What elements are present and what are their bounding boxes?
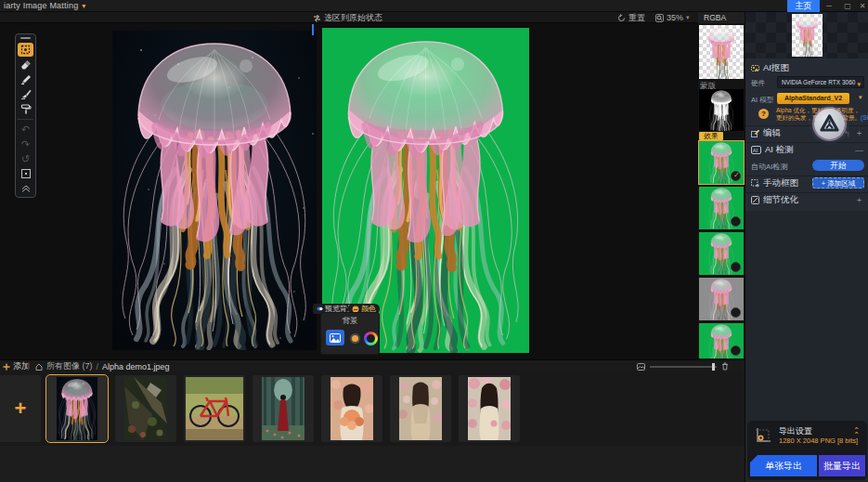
titlebar: iarty Image Matting▾ 主页 ─ ▢ ✕: [0, 0, 868, 12]
add-image-tile[interactable]: +: [0, 375, 41, 442]
plus-icon: +: [15, 397, 27, 421]
variant-green-2[interactable]: [699, 187, 744, 229]
divider: [18, 119, 33, 120]
edit-icon: [751, 129, 759, 137]
variant-badge[interactable]: [731, 345, 741, 356]
section-ai-detect[interactable]: AI AI 检测 —: [745, 142, 868, 157]
crop-frame-tool[interactable]: [18, 167, 33, 181]
chevron-down-icon: ▾: [857, 79, 861, 90]
original-image[interactable]: [112, 31, 317, 350]
effect-label: 效果: [699, 132, 723, 140]
image-size-icon: [637, 363, 645, 371]
variant-gray[interactable]: [699, 278, 744, 320]
smart-select-tool[interactable]: [18, 43, 33, 57]
manual-box-icon: [751, 179, 759, 188]
edit-add-icon[interactable]: ＋: [855, 127, 863, 139]
variant-green-4[interactable]: [699, 323, 744, 358]
minimize-button[interactable]: ─: [823, 0, 836, 12]
chevron-down-icon: ▾: [82, 2, 85, 10]
undo-button[interactable]: ↶: [18, 122, 33, 136]
paint-roller-tool[interactable]: [18, 102, 33, 116]
detail-opt-icon: [751, 196, 759, 204]
variant-badge[interactable]: [731, 171, 741, 181]
canvas-toolbar: 选区到原始状态 重置 35% ▾: [0, 12, 745, 23]
redo-button[interactable]: ↷: [18, 137, 33, 150]
section-ai-matting[interactable]: AI抠图: [745, 60, 868, 75]
variant-mask[interactable]: [699, 89, 744, 131]
background-image-button[interactable]: [326, 330, 344, 345]
sota-link[interactable]: (SOTA): [861, 114, 868, 121]
toggle-icon: [317, 306, 323, 312]
thumbnail-size-slider[interactable]: [650, 366, 717, 368]
variant-badge[interactable]: [731, 307, 741, 318]
hardware-select[interactable]: NVIDIA GeForce RTX 3060 ▾: [777, 76, 864, 88]
single-export-button[interactable]: 单张导出: [750, 455, 817, 476]
app-menu[interactable]: iarty Image Matting▾: [4, 1, 86, 10]
collapse-palette-button[interactable]: [18, 182, 33, 196]
variant-badge[interactable]: [731, 262, 741, 272]
model-select[interactable]: AlphaStandard_V2: [777, 93, 849, 104]
variant-green-selected[interactable]: [699, 141, 744, 184]
alpha-preview-area: [745, 12, 868, 59]
app-logo-watermark: [814, 109, 845, 139]
filmstrip-item-flower-bouquet-portrait[interactable]: [321, 375, 382, 442]
background-color-swatch[interactable]: [352, 335, 358, 342]
chevron-down-icon[interactable]: ▾: [859, 94, 865, 101]
home-icon: [35, 363, 43, 371]
collapse-export-icon[interactable]: ⌃⌃: [853, 428, 860, 437]
restore-button[interactable]: ↺: [18, 152, 33, 166]
svg-text:AI: AI: [753, 148, 758, 153]
image-icon: [330, 333, 341, 343]
collapse-section-icon[interactable]: —: [855, 146, 863, 155]
swap-icon: [313, 14, 321, 22]
right-panel: AI抠图 硬件 NVIDIA GeForce RTX 3060 ▾ AI 模型 …: [745, 12, 868, 482]
filmstrip-item-red-dress-forest[interactable]: [253, 375, 314, 442]
brush-tool[interactable]: [18, 87, 33, 101]
help-icon[interactable]: ?: [758, 109, 769, 119]
zoom-icon: [655, 14, 664, 22]
variant-strip: 蒙版 效果: [698, 23, 745, 359]
maximize-button[interactable]: ▢: [841, 0, 854, 12]
export-info: 1280 X 2048 PNG [8 bits]: [779, 436, 858, 445]
model-label: AI 模型: [751, 96, 773, 105]
auto-detect-label: 自动AI检测: [751, 162, 788, 172]
selection-state[interactable]: 选区到原始状态: [313, 12, 382, 23]
variant-green-3[interactable]: [699, 232, 744, 275]
alpha-preview-thumb[interactable]: [792, 14, 823, 57]
variant-transparent[interactable]: [699, 25, 744, 79]
start-button[interactable]: 开始: [812, 160, 864, 171]
palette-drag-handle[interactable]: [20, 37, 31, 39]
eraser-tool[interactable]: [18, 58, 33, 72]
export-settings-icon: [755, 427, 771, 444]
tab-home[interactable]: 主页: [787, 0, 820, 12]
reset-button[interactable]: 重置: [617, 12, 645, 23]
filmstrip-item-forest-roots[interactable]: [115, 375, 176, 442]
pen-tool[interactable]: [18, 72, 33, 86]
reset-icon: [617, 14, 626, 22]
add-region-button[interactable]: + 添加区域: [812, 177, 864, 189]
eyedropper-icon: [367, 334, 375, 343]
section-detail-opt[interactable]: 细节优化 ＋: [745, 192, 868, 207]
variant-badge[interactable]: [731, 216, 741, 227]
filmstrip-item-rose-garden-portrait[interactable]: [459, 375, 520, 442]
ai-detect-icon: AI: [751, 146, 761, 154]
tool-palette: ↶ ↷ ↺: [15, 33, 36, 198]
batch-export-button[interactable]: 批量导出: [819, 455, 865, 476]
slider-handle[interactable]: [712, 363, 715, 371]
trash-icon[interactable]: [721, 362, 729, 371]
channel-select[interactable]: RGBA: [698, 12, 745, 23]
close-button[interactable]: ✕: [856, 0, 868, 12]
export-settings-box: 导出设置 1280 X 2048 PNG [8 bits] ⌃⌃ 单张导出 批量…: [747, 421, 867, 480]
detail-add-icon[interactable]: ＋: [855, 194, 863, 206]
chevron-down-icon: ▾: [686, 14, 690, 21]
filmstrip-item-jellyfish[interactable]: [46, 375, 108, 442]
add-icon: [3, 363, 10, 371]
library-bar: 添加 所有图像 (7) / Alpha demo1.jpeg: [0, 359, 745, 371]
filmstrip-item-mountain-bike[interactable]: [184, 375, 245, 442]
filmstrip-item-garden-portrait[interactable]: [390, 375, 451, 442]
section-edit[interactable]: 编辑 ↰＋: [745, 125, 868, 140]
canvas-area[interactable]: 预览背景 颜色 背景: [0, 23, 745, 359]
color-picker-wheel[interactable]: [364, 332, 378, 345]
zoom-control[interactable]: 35% ▾: [655, 12, 690, 23]
footer-space: [0, 446, 745, 482]
